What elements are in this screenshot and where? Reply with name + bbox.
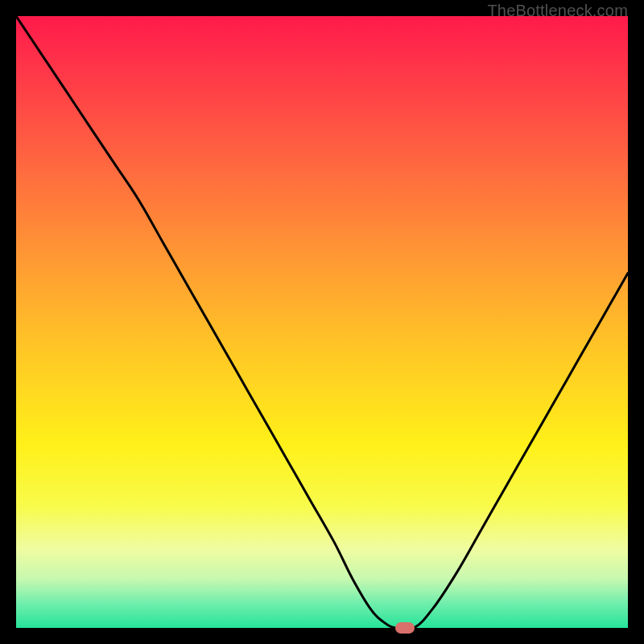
plot-area bbox=[16, 16, 628, 628]
chart-container: TheBottleneck.com bbox=[0, 0, 644, 644]
optimal-point-marker bbox=[395, 622, 415, 634]
chart-svg bbox=[16, 16, 628, 628]
gradient-background bbox=[16, 16, 628, 628]
watermark-text: TheBottleneck.com bbox=[487, 2, 628, 20]
